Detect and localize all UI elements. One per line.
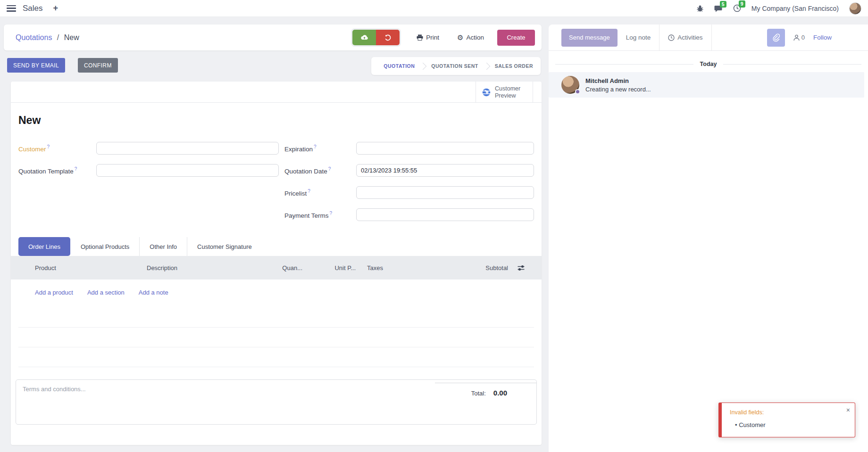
divider bbox=[711, 25, 712, 51]
sheet-top-strip: Customer Preview bbox=[11, 82, 542, 103]
notebook-tabs: Order Lines Optional Products Other Info… bbox=[18, 237, 534, 256]
quotation-template-input[interactable] bbox=[96, 164, 279, 177]
stage-quotation-sent[interactable]: QUOTATION SENT bbox=[426, 63, 484, 69]
customer-input[interactable] bbox=[96, 142, 279, 155]
gear-icon: ⚙ bbox=[457, 34, 463, 41]
today-label: Today bbox=[700, 61, 717, 67]
order-lines-header: Product Description Quan... Unit P... Ta… bbox=[11, 256, 542, 279]
activities-count-badge: 9 bbox=[739, 0, 745, 8]
activities-tab[interactable]: Activities bbox=[659, 25, 711, 51]
tab-optional-products[interactable]: Optional Products bbox=[71, 237, 140, 256]
help-question-icon[interactable]: ? bbox=[47, 144, 50, 149]
close-icon[interactable]: × bbox=[846, 407, 850, 413]
followers-count: 0 bbox=[801, 34, 805, 41]
column-header-unit-price: Unit P... bbox=[302, 264, 356, 271]
message-author: Mitchell Admin bbox=[585, 77, 651, 84]
chatter-message[interactable]: Mitchell Admin Creating a new record... bbox=[549, 72, 864, 98]
undo-icon bbox=[384, 34, 392, 41]
column-header-quantity: Quan... bbox=[274, 264, 302, 271]
totals-block: Total: 0.00 bbox=[435, 383, 536, 397]
top-navbar: Sales + 5 9 My Company (San Francisco) bbox=[0, 0, 868, 17]
terms-and-conditions-input[interactable] bbox=[23, 386, 325, 419]
paperclip-icon bbox=[772, 33, 780, 42]
add-a-note-link[interactable]: Add a note bbox=[139, 289, 168, 296]
today-divider: Today bbox=[555, 61, 861, 67]
followers-counter[interactable]: 0 bbox=[793, 34, 805, 41]
apps-menu-icon[interactable] bbox=[7, 5, 16, 12]
add-a-product-link[interactable]: Add a product bbox=[35, 289, 73, 296]
attach-files-button[interactable] bbox=[767, 29, 785, 47]
order-line-actions: Add a product Add a section Add a note bbox=[35, 289, 534, 296]
empty-row bbox=[18, 347, 534, 367]
printer-icon bbox=[417, 34, 423, 41]
empty-order-lines bbox=[18, 308, 534, 367]
column-header-description: Description bbox=[147, 264, 274, 271]
customer-preview-label: Customer Preview bbox=[495, 85, 533, 99]
activities-label: Activities bbox=[677, 34, 702, 41]
toast-invalid-field-item: • Customer bbox=[735, 421, 766, 428]
toast-title: Invalid fields: bbox=[730, 409, 764, 416]
cloud-upload-icon bbox=[360, 34, 368, 41]
messages-icon[interactable]: 5 bbox=[714, 5, 723, 12]
quotation-template-field-label: Quotation Template? bbox=[18, 166, 96, 175]
pricelist-input[interactable] bbox=[356, 186, 534, 199]
invalid-fields-toast: Invalid fields: • Customer × bbox=[718, 403, 855, 437]
statusbar-stages: QUOTATION QUOTATION SENT SALES ORDER bbox=[371, 57, 541, 75]
stage-sales-order[interactable]: SALES ORDER bbox=[489, 63, 539, 69]
action-button[interactable]: ⚙ Action bbox=[457, 34, 484, 41]
help-question-icon[interactable]: ? bbox=[330, 211, 333, 216]
column-header-product: Product bbox=[18, 264, 147, 271]
send-message-button[interactable]: Send message bbox=[561, 29, 618, 47]
print-button[interactable]: Print bbox=[417, 34, 439, 41]
add-a-section-link[interactable]: Add a section bbox=[87, 289, 125, 296]
total-label: Total: bbox=[471, 390, 486, 397]
breadcrumb: Quotations / New bbox=[16, 33, 79, 42]
quotation-date-field-label: Quotation Date? bbox=[284, 166, 356, 175]
discard-button[interactable] bbox=[376, 30, 400, 45]
column-header-subtotal: Subtotal bbox=[450, 264, 508, 271]
total-value: 0.00 bbox=[493, 389, 507, 397]
user-avatar[interactable] bbox=[849, 2, 861, 15]
help-question-icon[interactable]: ? bbox=[314, 144, 317, 149]
tab-other-info[interactable]: Other Info bbox=[140, 237, 187, 256]
customer-field-label: Customer? bbox=[18, 144, 96, 153]
create-button[interactable]: Create bbox=[497, 30, 535, 46]
quotation-date-input[interactable] bbox=[356, 164, 534, 177]
pricelist-field-label: Pricelist? bbox=[284, 189, 356, 197]
new-tab-plus-button[interactable]: + bbox=[53, 3, 58, 13]
help-question-icon[interactable]: ? bbox=[75, 166, 77, 172]
payment-terms-input[interactable] bbox=[356, 208, 534, 221]
payment-terms-field-label: Payment Terms? bbox=[284, 211, 356, 219]
follow-button[interactable]: Follow bbox=[813, 34, 832, 41]
notes-and-totals: Total: 0.00 bbox=[16, 379, 537, 425]
optional-columns-icon[interactable] bbox=[508, 265, 534, 271]
help-question-icon[interactable]: ? bbox=[308, 189, 310, 194]
message-text: Creating a new record... bbox=[585, 86, 651, 93]
confirm-button[interactable]: CONFIRM bbox=[78, 58, 118, 73]
action-label: Action bbox=[466, 34, 484, 41]
messages-count-badge: 5 bbox=[720, 1, 726, 8]
empty-row bbox=[18, 328, 534, 347]
help-question-icon[interactable]: ? bbox=[328, 166, 331, 172]
customer-preview-button[interactable]: Customer Preview bbox=[476, 82, 533, 103]
breadcrumb-quotations-link[interactable]: Quotations bbox=[16, 33, 52, 41]
status-row: SEND BY EMAIL CONFIRM QUOTATION QUOTATIO… bbox=[4, 56, 542, 77]
globe-icon bbox=[482, 88, 491, 97]
app-name[interactable]: Sales bbox=[23, 4, 43, 13]
form-sheet: Customer Preview New Customer? Quotation… bbox=[11, 82, 542, 445]
save-button[interactable] bbox=[352, 30, 376, 45]
print-label: Print bbox=[426, 34, 439, 41]
tab-order-lines[interactable]: Order Lines bbox=[18, 237, 70, 256]
person-icon bbox=[793, 34, 800, 41]
stage-quotation[interactable]: QUOTATION bbox=[378, 63, 420, 69]
expiration-field-label: Expiration? bbox=[284, 144, 356, 153]
log-note-tab[interactable]: Log note bbox=[618, 25, 659, 51]
expiration-input[interactable] bbox=[356, 142, 534, 155]
tab-customer-signature[interactable]: Customer Signature bbox=[187, 237, 262, 256]
send-by-email-button[interactable]: SEND BY EMAIL bbox=[7, 58, 65, 73]
chatter-panel: Send message Log note Activities 0 Follo… bbox=[549, 25, 868, 452]
control-panel: Quotations / New Print ⚙ Action bbox=[4, 25, 542, 50]
activities-clock-icon[interactable]: 9 bbox=[733, 4, 741, 12]
company-switcher[interactable]: My Company (San Francisco) bbox=[751, 5, 839, 12]
debug-bug-icon[interactable] bbox=[696, 5, 704, 12]
